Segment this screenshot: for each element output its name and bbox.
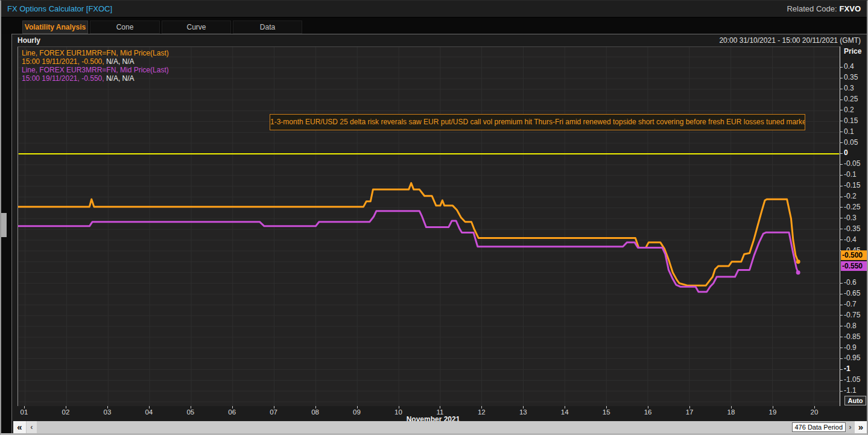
y-tick-mark: [840, 175, 843, 176]
last-price-marker-eur1mrr: -0.500: [841, 250, 868, 260]
y-axis: 0.40.350.30.250.20.150.10.050-0.05-0.1-0…: [840, 46, 868, 406]
x-tick-label: 08: [306, 408, 325, 416]
tab-volatility-analysis[interactable]: Volatility Analysis: [22, 21, 88, 34]
y-tick-label: -1.05: [844, 375, 860, 384]
scroll-right-icon[interactable]: ›: [846, 421, 854, 433]
legend-series-name-eur3mrr[interactable]: Line, FOREX EUR3MRR=FN, Mid Price(Last): [22, 66, 169, 74]
x-tick-label: 09: [348, 408, 366, 416]
y-tick-label: -0.85: [844, 332, 860, 341]
tab-data[interactable]: Data: [233, 21, 302, 34]
x-tick-label: 04: [140, 408, 158, 416]
title-bar: FX Options Calculator [FXOC] Related Cod…: [1, 1, 867, 17]
y-tick-mark: [840, 294, 843, 294]
y-tick-mark: [840, 67, 843, 68]
series-end-dot-eur3mrr: [796, 270, 800, 275]
x-tick-label: 20: [805, 408, 823, 416]
y-tick-mark: [840, 240, 843, 240]
y-tick-label: -0.2: [844, 192, 857, 200]
y-tick-label: -0.6: [844, 278, 857, 287]
y-tick-mark: [840, 110, 843, 110]
scroll-far-left-icon[interactable]: «: [13, 421, 26, 433]
y-tick-label: -1.1: [844, 386, 857, 395]
x-tick-label: 03: [98, 408, 116, 416]
page-title: FX Options Calculator [FXOC]: [7, 4, 112, 13]
y-tick-label: 0: [844, 148, 848, 157]
y-tick-label: -0.3: [844, 214, 857, 222]
y-tick-label: 0.35: [844, 73, 858, 81]
legend-last-value: 15:00 19/11/2021, -0.550,: [22, 74, 104, 83]
y-tick-mark: [840, 164, 843, 165]
y-tick-label: -0.4: [844, 235, 857, 244]
interval-label: Hourly: [17, 36, 40, 45]
legend-last-value: 15:00 19/11/2021, -0.500,: [22, 57, 104, 66]
x-tick-label: 07: [265, 408, 283, 416]
y-tick-mark: [840, 369, 843, 370]
y-tick-mark: [840, 100, 843, 100]
y-tick-mark: [840, 358, 843, 359]
y-tick-mark: [840, 207, 843, 208]
related-code-label: Related Code:: [787, 4, 837, 13]
legend-series-value-eur3mrr[interactable]: 15:00 19/11/2021, -0.550, N/A, N/A: [22, 74, 169, 83]
x-tick-label: 14: [556, 408, 574, 416]
y-tick-label: -0.95: [844, 354, 860, 362]
legend-series-name-eur1mrr[interactable]: Line, FOREX EUR1MRR=FN, Mid Price(Last): [22, 49, 169, 57]
series-line-eur3mrr[interactable]: [18, 211, 798, 292]
y-tick-label: -0.9: [844, 343, 857, 352]
time-scrollbar[interactable]: « ‹ 476 Data Period › »: [13, 421, 868, 433]
legend-na-values: N/A, N/A: [104, 74, 135, 83]
y-tick-label: -0.1: [844, 170, 857, 179]
y-tick-mark: [840, 197, 843, 197]
chart-annotation[interactable]: 1-3-month EUR/USD 25 delta risk reverals…: [270, 114, 805, 130]
y-tick-label: -0.7: [844, 300, 857, 308]
y-tick-mark: [840, 78, 843, 78]
y-tick-mark: [840, 218, 843, 218]
y-tick-mark: [840, 153, 843, 154]
x-tick-label: 19: [764, 408, 782, 416]
x-tick-label: 16: [639, 408, 657, 416]
y-tick-label: 0.1: [844, 127, 854, 136]
legend-series-value-eur1mrr[interactable]: 15:00 19/11/2021, -0.500, N/A, N/A: [22, 57, 169, 66]
y-tick-label: 0.3: [844, 84, 854, 92]
tab-bar: Volatility AnalysisConeCurveData: [1, 17, 867, 34]
series-line-eur1mrr[interactable]: [18, 183, 798, 285]
related-code-value: FXVO: [840, 4, 861, 13]
y-tick-mark: [840, 132, 843, 132]
x-tick-label: 01: [15, 408, 33, 416]
y-tick-label: -0.65: [844, 289, 860, 297]
auto-scale-button[interactable]: Auto: [844, 396, 866, 405]
y-tick-label: 0.2: [844, 106, 854, 114]
y-tick-label: 0.25: [844, 95, 858, 103]
y-tick-mark: [840, 186, 843, 186]
x-tick-label: 06: [223, 408, 241, 416]
y-tick-label: 0.4: [844, 62, 854, 71]
y-tick-mark: [840, 229, 843, 229]
tab-cone[interactable]: Cone: [90, 21, 160, 34]
y-tick-mark: [840, 121, 843, 121]
y-tick-label: -0.35: [844, 224, 860, 233]
x-tick-label: 13: [514, 408, 532, 416]
price-chart: [17, 46, 840, 406]
y-tick-label: -0.15: [844, 181, 860, 189]
chart-legend: Line, FOREX EUR1MRR=FN, Mid Price(Last)1…: [22, 49, 169, 83]
date-range-label: 20:00 31/10/2021 - 15:00 20/11/2021 (GMT…: [719, 36, 861, 45]
related-code: Related Code:FXVO: [787, 4, 861, 13]
legend-na-values: N/A, N/A: [104, 57, 135, 66]
x-tick-label: 02: [57, 408, 75, 416]
y-tick-mark: [840, 337, 843, 337]
last-price-marker-eur3mrr: -0.550: [841, 261, 868, 271]
x-tick-label: 17: [680, 408, 699, 416]
x-tick-label: 18: [722, 408, 740, 416]
y-tick-label: -0.05: [844, 159, 860, 168]
y-tick-mark: [840, 380, 843, 381]
scroll-far-right-icon[interactable]: »: [855, 421, 867, 433]
scroll-left-icon[interactable]: ‹: [27, 421, 37, 433]
data-period-label: 476 Data Period: [792, 422, 846, 432]
y-tick-mark: [840, 89, 843, 89]
vertical-scroll-thumb[interactable]: [1, 213, 7, 237]
x-tick-label: 05: [182, 408, 200, 416]
y-tick-label: -0.75: [844, 311, 860, 319]
y-tick-label: -0.8: [844, 322, 857, 330]
y-tick-mark: [840, 283, 843, 284]
tab-curve[interactable]: Curve: [162, 21, 231, 34]
app-window: FX Options Calculator [FXOC] Related Cod…: [0, 0, 868, 435]
